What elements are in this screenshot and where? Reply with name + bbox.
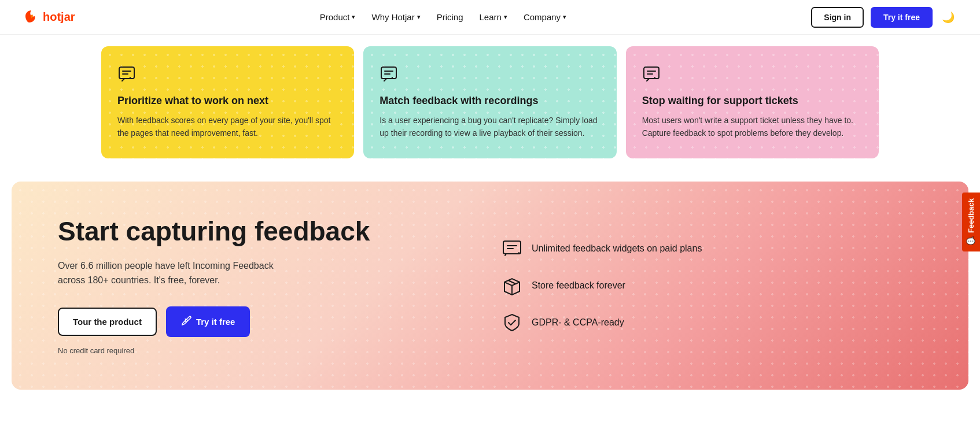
widget-icon [502,238,522,259]
nav-why-hotjar[interactable]: Why Hotjar ▾ [371,12,420,22]
nav-company[interactable]: Company ▾ [524,12,566,22]
feature-text: Unlimited feedback widgets on paid plans [532,243,702,254]
cta-buttons: Tour the product Try it free [58,306,478,337]
nav-pricing[interactable]: Pricing [437,12,463,22]
svg-rect-0 [119,67,134,79]
rocket-icon [181,316,191,328]
logo-text: hotjar [43,10,75,24]
tour-product-button[interactable]: Tour the product [58,308,157,336]
feature-store-forever: Store feedback forever [502,275,922,296]
feature-unlimited-widgets: Unlimited feedback widgets on paid plans [502,238,922,259]
feedback-support-icon [642,65,863,86]
card-prioritize: Prioritize what to work on next With fee… [101,46,354,158]
no-credit-card-label: No credit card required [58,346,478,355]
nav-product[interactable]: Product ▾ [320,12,356,22]
chevron-down-icon: ▾ [504,13,507,21]
feedback-recording-icon [380,65,600,86]
feedback-icon: 💬 [967,236,975,246]
navbar: hotjar Product ▾ Why Hotjar ▾ Pricing Le… [0,0,980,35]
feedback-icon [117,65,338,86]
card-desc: With feedback scores on every page of yo… [117,114,338,140]
card-title: Stop waiting for support tickets [642,95,863,107]
shield-check-icon [502,312,522,333]
feature-cards: Prioritize what to work on next With fee… [85,35,895,182]
svg-rect-6 [644,67,659,79]
feature-text: GDPR- & CCPA-ready [532,317,624,328]
card-match-feedback: Match feedback with recordings Is a user… [363,46,616,158]
feature-gdpr: GDPR- & CCPA-ready [502,312,922,333]
svg-rect-9 [503,241,521,254]
card-desc: Is a user experiencing a bug you can't r… [380,114,600,140]
box-icon [502,275,522,296]
chevron-down-icon: ▾ [352,13,355,21]
feedback-tab[interactable]: 💬 Feedback [962,193,980,251]
card-support-tickets: Stop waiting for support tickets Most us… [626,46,879,158]
nav-actions: Sign in Try it free 🌙 [811,7,957,28]
logo-flame [23,8,39,27]
card-title: Match feedback with recordings [380,95,600,107]
logo[interactable]: hotjar [23,8,75,27]
chevron-down-icon: ▾ [417,13,421,21]
cta-desc: Over 6.6 million people have left Incomi… [58,258,301,288]
feature-text: Store feedback forever [532,280,625,291]
cta-title: Start capturing feedback [58,216,478,247]
sign-in-button[interactable]: Sign in [811,7,864,28]
dark-mode-toggle[interactable]: 🌙 [940,9,957,26]
cta-section: Start capturing feedback Over 6.6 millio… [12,182,968,390]
chevron-down-icon: ▾ [563,13,566,21]
card-desc: Most users won't write a support ticket … [642,114,863,140]
cta-features: Unlimited feedback widgets on paid plans… [502,238,922,333]
nav-links: Product ▾ Why Hotjar ▾ Pricing Learn ▾ C… [320,12,566,22]
try-free-button-nav[interactable]: Try it free [871,7,933,28]
svg-rect-3 [381,67,396,79]
card-title: Prioritize what to work on next [117,95,338,107]
cta-left: Start capturing feedback Over 6.6 millio… [58,216,478,355]
try-free-button-cta[interactable]: Try it free [166,306,250,337]
nav-learn[interactable]: Learn ▾ [480,12,507,22]
